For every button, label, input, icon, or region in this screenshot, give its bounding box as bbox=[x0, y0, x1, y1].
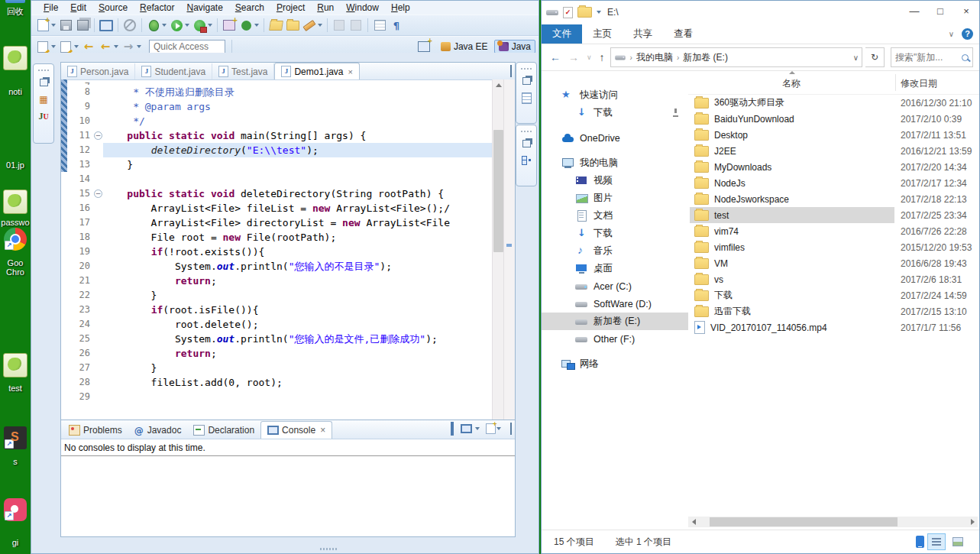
restore-views-button[interactable] bbox=[519, 138, 533, 150]
file-row-360驱动大师目录[interactable]: 360驱动大师目录2016/12/30 21:10 bbox=[688, 95, 979, 111]
perspective-java[interactable]: Java bbox=[494, 40, 535, 53]
sidebar-item-图片[interactable]: 图片 bbox=[542, 190, 688, 207]
desktop-icon-app-gi[interactable]: ↗gi bbox=[1, 498, 30, 547]
column-header-date[interactable]: 修改日期 bbox=[901, 77, 937, 90]
menu-navigate[interactable]: Navigate bbox=[180, 2, 228, 14]
back-button[interactable]: ← bbox=[548, 51, 563, 63]
folder-icon[interactable] bbox=[577, 7, 592, 18]
table-button[interactable] bbox=[372, 18, 387, 32]
file-row-BaiduYunDownload[interactable]: BaiduYunDownload2017/2/10 0:39 bbox=[688, 111, 979, 127]
whitespace-button[interactable]: ¶ bbox=[389, 18, 404, 32]
menu-help[interactable]: Help bbox=[385, 2, 416, 14]
task-list-button[interactable] bbox=[519, 92, 533, 104]
file-row-vimfiles[interactable]: vimfiles2015/12/20 19:53 bbox=[688, 239, 979, 255]
last-edit-location-button[interactable]: ← bbox=[81, 40, 96, 53]
vertical-scroll-thumb[interactable] bbox=[493, 130, 503, 252]
qat-dropdown-icon[interactable] bbox=[597, 11, 601, 14]
desktop-icon-notepad-file-password[interactable]: passwo bbox=[1, 190, 30, 227]
file-row-下载[interactable]: 下载2017/2/24 14:59 bbox=[688, 287, 979, 303]
sidebar-item-OneDrive[interactable]: OneDrive bbox=[542, 129, 688, 147]
junit-button[interactable]: JU bbox=[37, 110, 50, 122]
address-dropdown-icon[interactable]: ∨ bbox=[853, 53, 859, 62]
overview-ruler[interactable] bbox=[503, 79, 515, 453]
dropdown-icon[interactable] bbox=[114, 45, 118, 48]
menu-refactor[interactable]: Refactor bbox=[134, 2, 180, 14]
fold-marker-icon[interactable] bbox=[92, 186, 103, 201]
desktop-icon-notepad-file-noti[interactable]: noti bbox=[1, 46, 30, 96]
dropdown-icon[interactable] bbox=[318, 24, 322, 27]
prev-gray-button[interactable] bbox=[332, 18, 347, 32]
files-horizontal-scrollbar[interactable] bbox=[688, 517, 978, 527]
dropdown-icon[interactable] bbox=[254, 24, 259, 27]
sidebar-item-Other (F:)[interactable]: Other (F:) bbox=[542, 330, 688, 348]
dropdown-icon[interactable] bbox=[51, 24, 56, 27]
dropdown-icon[interactable] bbox=[74, 45, 79, 48]
file-row-迅雷下载[interactable]: 迅雷下载2017/2/15 13:10 bbox=[688, 303, 979, 319]
sidebar-item-文档[interactable]: 文档 bbox=[542, 207, 688, 225]
outline-button[interactable] bbox=[519, 154, 533, 167]
new-wizard-button[interactable] bbox=[35, 18, 50, 32]
prev-annotation-button[interactable] bbox=[35, 40, 50, 53]
menu-search[interactable]: Search bbox=[229, 2, 270, 14]
minimize-button[interactable]: — bbox=[901, 1, 927, 21]
ribbon-tab-共享[interactable]: 共享 bbox=[623, 24, 663, 44]
new-java-project-button[interactable] bbox=[222, 18, 237, 32]
next-annotation-button[interactable] bbox=[58, 40, 73, 53]
mark-occurrences-button[interactable] bbox=[302, 18, 317, 32]
editor-tab-person-java[interactable]: JPerson.java bbox=[61, 63, 135, 79]
file-row-VID_20170107_114056.mp4[interactable]: VID_20170107_114056.mp42017/1/7 11:56 bbox=[688, 319, 979, 335]
menu-window[interactable]: Window bbox=[340, 2, 385, 14]
ribbon-tab-查看[interactable]: 查看 bbox=[663, 24, 703, 44]
external-tools-button[interactable] bbox=[192, 18, 207, 32]
file-row-VM[interactable]: VM2016/6/28 19:43 bbox=[688, 255, 979, 271]
ribbon-tab-主页[interactable]: 主页 bbox=[582, 24, 623, 44]
file-row-MyDownloads[interactable]: MyDownloads2017/2/20 14:34 bbox=[688, 159, 979, 175]
new-class-button[interactable] bbox=[238, 18, 254, 32]
dropdown-icon[interactable] bbox=[162, 24, 167, 27]
skip-breakpoints-button[interactable] bbox=[122, 18, 137, 32]
close-button[interactable]: × bbox=[953, 1, 979, 21]
ribbon-expand-icon[interactable]: ∨ bbox=[949, 30, 954, 38]
file-row-test[interactable]: test2017/2/25 23:34 bbox=[688, 207, 979, 223]
scroll-left-arrow[interactable] bbox=[688, 519, 699, 525]
monitor-button[interactable] bbox=[99, 18, 114, 32]
sidebar-item-Acer (C:)[interactable]: Acer (C:) bbox=[542, 277, 688, 295]
open-folder-button[interactable] bbox=[268, 18, 283, 32]
sidebar-item-桌面[interactable]: 桌面 bbox=[542, 260, 688, 277]
import-folder-button[interactable] bbox=[285, 18, 300, 32]
sidebar-item-SoftWare (D:)[interactable]: SoftWare (D:) bbox=[542, 295, 688, 313]
details-view-button[interactable] bbox=[927, 533, 946, 550]
horizontal-scroll-thumb[interactable] bbox=[710, 517, 898, 526]
refresh-button[interactable]: ↻ bbox=[865, 47, 885, 67]
sidebar-item-视频[interactable]: 视频 bbox=[542, 172, 688, 190]
display-console-button[interactable] bbox=[461, 424, 481, 433]
sidebar-item-我的电脑[interactable]: 我的电脑 bbox=[542, 154, 688, 172]
fold-marker-icon[interactable] bbox=[92, 128, 103, 143]
open-perspective-icon[interactable] bbox=[418, 41, 430, 52]
dropdown-icon[interactable] bbox=[208, 24, 212, 27]
dropdown-icon[interactable] bbox=[51, 45, 56, 48]
package-explorer-button[interactable]: ▦ bbox=[37, 93, 50, 105]
maximize-button[interactable]: □ bbox=[927, 1, 953, 21]
open-console-button[interactable] bbox=[485, 423, 503, 435]
dropdown-icon[interactable] bbox=[137, 45, 141, 48]
perspective-java-ee[interactable]: Java EE bbox=[437, 40, 492, 53]
file-row-vs[interactable]: vs2017/2/6 18:31 bbox=[688, 271, 979, 287]
dropdown-icon[interactable] bbox=[185, 24, 189, 27]
menu-project[interactable]: Project bbox=[270, 2, 311, 14]
save-button[interactable] bbox=[58, 18, 73, 32]
maximize-console-button[interactable] bbox=[510, 423, 512, 434]
search-input[interactable]: 搜索"新加... bbox=[891, 47, 973, 67]
close-tab-icon[interactable]: × bbox=[348, 67, 352, 76]
ribbon-tab-文件[interactable]: 文件 bbox=[542, 24, 582, 44]
file-row-NodeJs[interactable]: NodeJs2017/2/17 12:34 bbox=[688, 175, 979, 191]
debug-button[interactable] bbox=[146, 18, 161, 32]
console-tab-console[interactable]: Console× bbox=[260, 421, 332, 439]
menu-edit[interactable]: Edit bbox=[64, 2, 92, 14]
code-editor[interactable]: 7 *8 * 不使用递归删除目录9 * @param args10 */11 p… bbox=[61, 79, 493, 453]
brush-gray-button[interactable] bbox=[348, 18, 364, 32]
sidebar-item-快速访问[interactable]: 快速访问 bbox=[542, 86, 688, 104]
file-row-J2EE[interactable]: J2EE2016/12/21 13:59 bbox=[688, 143, 979, 159]
scroll-right-arrow[interactable] bbox=[967, 519, 978, 525]
menu-file[interactable]: File bbox=[37, 2, 64, 14]
